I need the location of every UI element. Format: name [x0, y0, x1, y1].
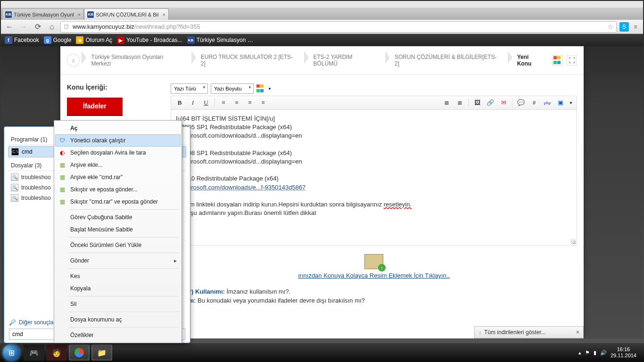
ctx-cut[interactable]: Kes	[55, 270, 181, 282]
dropdown-icon[interactable]: ▼	[569, 101, 573, 105]
attach-image-link[interactable]: ırınızdan Konuya Kolayca Resim Eklemek İ…	[298, 272, 450, 279]
italic-button[interactable]: I	[188, 98, 198, 107]
ctx-open-location[interactable]: Dosya konumunu aç	[55, 313, 181, 326]
editor-textarea[interactable]: [u]64 BİT İŞLETİM SİSTEMİ İÇİN[/u] + 200…	[171, 110, 577, 246]
editor-line: w.microsoft.com/downloads/d...displaylan…	[176, 157, 572, 166]
home-icon[interactable]: ⌂	[67, 54, 80, 67]
ctx-archive-cmd[interactable]: ▦Arşive ekle "cmd.rar"	[55, 171, 181, 183]
link-icon[interactable]: 🔗	[486, 98, 495, 107]
align-center-icon[interactable]: ≡	[232, 98, 241, 107]
bookmark-label: Türkiye Simulasyon …	[197, 37, 253, 43]
ctx-pin-start[interactable]: Başlat Menüsüne Sabitle	[55, 223, 181, 236]
align-justify-icon[interactable]: ≡	[258, 98, 268, 107]
align-left-icon[interactable]: ≡	[219, 98, 228, 107]
ctx-send-to[interactable]: Gönder	[55, 255, 181, 267]
reload-button[interactable]: ⟳	[32, 21, 43, 33]
grid-view-icon[interactable]	[553, 55, 563, 66]
align-right-icon[interactable]: ≡	[245, 98, 255, 107]
bookmark-google[interactable]: gGoogle	[44, 36, 72, 44]
bookmark-star-icon[interactable]: ☆	[607, 23, 613, 31]
code-icon[interactable]: #	[529, 98, 539, 107]
ctx-run-admin[interactable]: 🛡Yönetici olarak çalıştır	[55, 134, 181, 147]
ifadeler-button[interactable]: İfadeler	[67, 98, 123, 115]
menu-icon[interactable]: ≡	[631, 22, 640, 32]
close-icon[interactable]: ×	[78, 12, 81, 17]
volume-icon[interactable]: 🔊	[600, 350, 607, 356]
network-icon[interactable]: ▮	[594, 350, 596, 356]
back-button[interactable]: ←	[4, 21, 15, 33]
ctx-pin-taskbar[interactable]: Görev Çubuğuna Sabitle	[55, 211, 181, 223]
clock[interactable]: 16:16 29.11.2014	[611, 346, 636, 359]
address-bar: ← → ⟳ ⌂ 🗋 www.kamyoncuyuz.biz/newthread.…	[1, 20, 643, 34]
taskbar-explorer[interactable]: 📁	[91, 345, 112, 361]
ctx-properties[interactable]: Özellikler	[55, 329, 181, 341]
font-size-select[interactable]: Yazı Boyutu	[211, 83, 254, 94]
ol-list-icon[interactable]: ≣	[442, 98, 451, 107]
ctx-open[interactable]: Aç	[55, 122, 181, 134]
page-icon: 🗋	[64, 23, 70, 30]
dropdown-icon[interactable]: ▼	[268, 87, 272, 91]
php-icon[interactable]: php	[543, 98, 552, 107]
system-tray: ▴ ⚑ ▮ 🔊 16:16 29.11.2014	[578, 346, 641, 359]
tab-2[interactable]: KB SORUN ÇÖZÜMLERİ & Bil ×	[84, 8, 169, 20]
ctx-prev-versions[interactable]: Önceki Sürümleri Geri Yükle	[55, 239, 181, 251]
separator	[468, 99, 469, 107]
more-label: Diğer sonuçları	[19, 319, 57, 326]
picture-icon[interactable]	[364, 254, 383, 269]
ctx-delete[interactable]: Sil	[55, 298, 181, 310]
home-button[interactable]: ⌂	[46, 21, 58, 33]
breadcrumb-seg[interactable]: ETS-2 YARDIM BÖLÜMÜ	[304, 51, 384, 70]
breadcrumb-seg[interactable]: EURO TRUCK SIMULATOR 2 [ETS-2]	[191, 51, 302, 70]
bookmark-facebook[interactable]: fFacebook	[5, 36, 39, 44]
favicon: KB	[5, 11, 12, 18]
url-domain: www.kamyoncuyuz.biz	[73, 23, 134, 30]
tab-1[interactable]: KB Türkiye Simulasyon Oyunl ×	[2, 8, 84, 20]
close-icon[interactable]: ×	[162, 12, 165, 17]
video-icon[interactable]: ▣	[556, 98, 565, 107]
ctx-zip-cmd-mail[interactable]: ▦Sıkıştır "cmd.rar" ve eposta gönder	[55, 196, 181, 208]
taskbar-app[interactable]: 🎮	[24, 345, 44, 361]
ctx-copy[interactable]: Kopyala	[55, 282, 181, 295]
bookmark-oturum[interactable]: ★Oturum Aç	[76, 36, 112, 44]
separator	[215, 99, 215, 107]
file-label: troubleshoo	[21, 195, 51, 201]
tab-strip: KB Türkiye Simulasyon Oyunl × KB SORUN Ç…	[1, 8, 643, 20]
breadcrumb-seg[interactable]: Türkiye Simulasyon Oyunları Merkezi	[82, 51, 189, 70]
separator	[68, 327, 179, 328]
editor-line: + 2005 SP1 Redistributable Package (x64)	[176, 123, 572, 132]
tray-up-icon[interactable]: ▴	[578, 350, 581, 356]
ctx-archive[interactable]: ▦Arşive ekle...	[55, 159, 181, 171]
editor-toolbar: B I U ≡ ≡ ≡ ≡ ≣ ≣ 🖼 🔗	[171, 96, 577, 110]
mail-icon[interactable]: ✉	[499, 98, 508, 107]
skype-icon[interactable]: S	[619, 22, 629, 32]
url-field[interactable]: 🗋 www.kamyoncuyuz.biz/newthread.php?fid=…	[60, 21, 617, 33]
close-icon[interactable]: ×	[576, 329, 579, 336]
bookmark-youtube[interactable]: ▶YouTube - Broadcas...	[117, 36, 182, 44]
ctx-zip-mail[interactable]: ▦Sıkıştır ve eposta gönder...	[55, 183, 181, 196]
start-button[interactable]: ⊞	[3, 344, 20, 361]
separator	[512, 99, 512, 107]
see-more-results[interactable]: 🔎 Diğer sonuçları	[9, 319, 57, 326]
font-type-select[interactable]: Yazı Türü	[171, 83, 208, 94]
bookmark-bar: fFacebook gGoogle ★Oturum Aç ▶YouTube - …	[1, 34, 643, 46]
resize-handle-icon[interactable]	[571, 239, 576, 244]
ul-list-icon[interactable]: ≣	[455, 98, 464, 107]
quote-icon[interactable]: 💬	[516, 98, 526, 107]
downloads-bar[interactable]: ↓ Tüm indirilenleri göster... ×	[474, 326, 584, 338]
image-icon[interactable]: 🖼	[472, 98, 482, 107]
bold-button[interactable]: B	[175, 98, 184, 107]
file-label: troubleshoo	[21, 174, 51, 181]
program-label: cmd	[22, 148, 33, 155]
rar-icon: ▦	[58, 173, 66, 181]
bookmark-kb[interactable]: KBTürkiye Simulasyon …	[187, 36, 253, 44]
fullscreen-icon[interactable]: ⛶	[567, 55, 577, 66]
forward-button[interactable]: →	[18, 21, 29, 33]
taskbar-app[interactable]: 🧑	[46, 345, 67, 361]
flag-icon[interactable]: ⚑	[585, 350, 590, 356]
underline-button[interactable]: U	[201, 98, 211, 107]
taskbar-chrome[interactable]	[69, 345, 90, 361]
breadcrumb-seg[interactable]: SORUN ÇÖZÜMLERİ & BİLGİLER[ETS-2]	[385, 51, 506, 70]
color-grid-icon[interactable]	[256, 84, 265, 93]
ctx-avira[interactable]: ◐Seçilen dosyaları Avira ile tara	[55, 147, 181, 159]
search-value: cmd	[12, 331, 23, 337]
